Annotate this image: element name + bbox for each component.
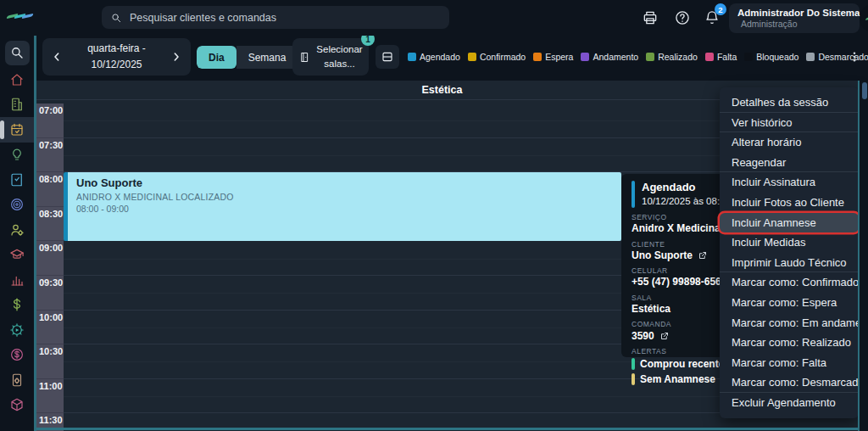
context-menu-item[interactable]: Detalhes da sessão [720,92,859,113]
view-toggle: Dia Semana [197,46,298,69]
context-menu-item[interactable]: Marcar como: Realizado [720,333,859,353]
user-name: Administrador Do Sistema [737,7,860,19]
day-view-button[interactable]: Dia [197,46,236,69]
time-gutter: 07:00 07:30 08:00 08:30 09:00 09:30 10:0… [36,104,64,431]
sidebar-item[interactable] [0,67,34,92]
time-gutter-row: 10:00 [36,311,64,345]
sidebar-item[interactable] [0,393,34,418]
sidebar-item[interactable] [0,117,34,143]
legend-label: Realizado [658,52,698,62]
context-menu-item[interactable]: Marcar como: Espera [720,293,859,313]
sidebar-item-iconbox [9,397,25,412]
context-menu-item[interactable]: Imprimir Laudo Técnico [720,253,859,273]
context-menu-item[interactable]: Incluir Medidas [720,232,859,253]
legend-item: Realizado [646,52,698,62]
context-menu-item[interactable]: Excluir Agendamento [720,393,859,413]
time-gutter-row: 11:00 [36,379,64,414]
date-navigator: quarta-feira - 10/12/2025 [42,38,191,76]
time-label: 11:30 [36,413,64,425]
sidebar-item[interactable] [0,92,34,118]
help-icon[interactable] [674,9,691,26]
time-label: 07:30 [36,138,64,150]
legend-color-swatch [408,53,416,61]
time-gutter-row: 09:30 [36,276,64,311]
layout-rows-button[interactable] [376,45,399,69]
time-label: 08:00 [36,172,64,184]
more-options-icon [848,49,861,64]
context-menu-item[interactable]: Reagendar [720,153,859,173]
search-input[interactable] [130,12,441,24]
sidebar-item[interactable] [0,167,34,193]
sidebar-item-iconbox [5,41,30,65]
more-options-button[interactable] [844,45,865,69]
sidebar-item[interactable] [0,193,34,218]
legend-color-swatch [533,53,542,61]
sidebar-item[interactable] [0,143,34,168]
sidebar-item-iconbox [9,172,25,188]
door-icon [298,51,311,64]
sidebar-item-icon [9,122,25,137]
context-menu-item[interactable]: Marcar como: Em andamento [720,313,859,333]
tooltip-field-value: 3590 [632,329,654,344]
sidebar-item-icon [9,197,25,212]
horizontal-scrollbar[interactable] [36,428,858,430]
sidebar-item[interactable] [0,317,34,343]
vertical-scrollbar-thumb[interactable] [862,82,867,99]
context-menu-item[interactable]: Incluir Fotos ao Cliente [720,193,859,213]
tooltip-field-value: +55 (47) 99898-6565 [632,275,726,289]
printer-icon[interactable] [642,9,659,26]
time-label: 09:00 [36,241,64,253]
sidebar-item[interactable] [0,38,34,67]
sidebar-item-icon [9,222,25,238]
appointment-service: ANIDRO X MEDICINAL LOCALIZADO [76,192,621,202]
legend-color-swatch [468,53,476,61]
sidebar-item[interactable] [0,217,34,243]
legend-color-swatch [744,53,753,61]
sidebar-item-icon [9,297,25,312]
current-date-line2: 10/12/2025 [87,57,146,73]
tooltip-field-value: Estética [632,302,670,316]
legend-label: Andamento [593,52,638,62]
legend-color-swatch [806,53,815,61]
select-rooms-line1: Selecionar [316,42,362,57]
week-view-button[interactable]: Semana [236,46,298,69]
legend-label: Confirmado [480,52,526,62]
sidebar-item[interactable] [0,267,34,293]
sidebar-item[interactable] [0,367,34,393]
tooltip-field-value: Uno Suporte [632,249,693,263]
current-date: quarta-feira - 10/12/2025 [87,41,146,72]
sidebar-item[interactable] [0,243,34,268]
sidebar-item-icon [9,322,25,338]
time-gutter-row: 08:00 [36,172,64,207]
context-menu-item[interactable]: Ver histórico [720,113,859,133]
sidebar-item-iconbox [9,272,25,288]
context-menu-item[interactable]: Incluir Assinatura [720,172,859,193]
appointment-block[interactable]: Uno Suporte ANIDRO X MEDICINAL LOCALIZAD… [64,172,621,241]
context-menu-item[interactable]: Marcar como: Desmarcado [720,372,859,393]
legend-item: Agendado [408,52,460,62]
sidebar-item-iconbox [9,72,25,87]
tooltip-field-action-icon[interactable] [659,331,670,341]
legend-color-swatch [705,53,714,61]
sidebar-item[interactable] [0,343,34,368]
appointment-client: Uno Suporte [76,176,621,189]
time-label: 11:00 [36,379,64,391]
app-logo [8,14,31,18]
sidebar-item[interactable] [0,293,34,318]
next-day-chevron-icon[interactable] [170,50,183,64]
alert-text: Sem Anamnese [640,373,715,385]
sidebar-item-iconbox [9,372,25,388]
time-gutter-row: 09:00 [36,241,64,276]
prev-day-chevron-icon[interactable] [50,50,64,64]
tooltip-field-action-icon[interactable] [698,250,708,260]
context-menu-item[interactable]: Alterar horário [720,132,859,153]
user-menu[interactable]: Administrador Do Sistema Administração [729,3,860,33]
select-rooms-button[interactable]: Selecionar salas... [292,38,369,76]
sidebar-item-iconbox [9,347,25,362]
context-menu-item[interactable]: Marcar como: Falta [720,353,859,373]
legend-item: Espera [533,52,573,62]
context-menu-item[interactable]: Marcar como: Confirmado [720,272,859,293]
alert-color-bar [632,373,635,385]
context-menu-item[interactable]: Incluir Anamnese [720,213,859,233]
legend-color-swatch [646,53,654,61]
